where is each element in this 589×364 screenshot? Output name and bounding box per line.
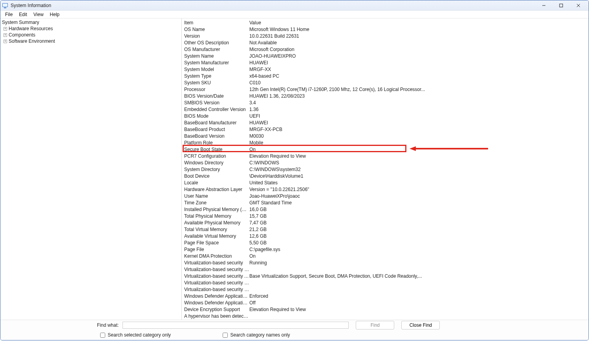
menu-edit[interactable]: Edit xyxy=(16,11,30,18)
detail-row[interactable]: Total Virtual Memory21,2 GB xyxy=(183,226,589,233)
detail-item: Time Zone xyxy=(183,200,249,206)
minimize-button[interactable] xyxy=(535,1,552,10)
detail-item: Total Virtual Memory xyxy=(183,227,249,232)
detail-row[interactable]: BaseBoard ProductMRGF-XX-PCB xyxy=(183,126,589,133)
menu-help[interactable]: Help xyxy=(47,11,63,18)
tree-item-software-environment[interactable]: + Software Environment xyxy=(0,38,181,44)
detail-row[interactable]: System DirectoryC:\WINDOWS\system32 xyxy=(183,166,589,173)
detail-row[interactable]: Platform RoleMobile xyxy=(183,139,589,146)
detail-row[interactable]: A hypervisor has been detected.... xyxy=(183,313,589,319)
close-find-button[interactable]: Close Find xyxy=(401,321,440,329)
svg-rect-3 xyxy=(560,4,563,7)
expand-icon[interactable]: + xyxy=(4,40,7,43)
tree-item-components[interactable]: + Components xyxy=(0,32,181,38)
detail-row[interactable]: Virtualization-based security Av...Base … xyxy=(183,273,589,279)
detail-row[interactable]: System NameJOAO-HUAWEIXPRO xyxy=(183,53,589,59)
detail-row[interactable]: Virtualization-based securityRunning xyxy=(183,259,589,266)
detail-item: A hypervisor has been detected.... xyxy=(183,313,249,319)
detail-item: Available Virtual Memory xyxy=(183,233,249,239)
maximize-button[interactable] xyxy=(552,1,570,10)
detail-row[interactable]: Page FileC:\pagefile.sys xyxy=(183,246,589,253)
find-input[interactable] xyxy=(123,322,349,329)
detail-value: HUAWEI 1.36, 22/08/2023 xyxy=(249,93,589,99)
detail-row[interactable]: Virtualization-based security Re... xyxy=(183,266,589,273)
detail-row[interactable]: Windows Defender Application ...Off xyxy=(183,299,589,306)
detail-value: 12,6 GB xyxy=(249,233,589,239)
detail-item: Available Physical Memory xyxy=(183,220,249,226)
system-information-window: System Information File Edit View Help S… xyxy=(0,0,589,340)
detail-row[interactable]: Time ZoneGMT Standard Time xyxy=(183,199,589,206)
detail-row[interactable]: BaseBoard ManufacturerHUAWEI xyxy=(183,119,589,126)
details-panel[interactable]: Item Value OS NameMicrosoft Windows 11 H… xyxy=(182,18,589,320)
detail-item: Page File Space xyxy=(183,240,249,246)
expand-icon[interactable]: + xyxy=(4,27,7,31)
column-headers[interactable]: Item Value xyxy=(183,19,589,26)
close-button[interactable] xyxy=(570,1,587,10)
detail-row[interactable]: Virtualization-based security Se... xyxy=(183,286,589,293)
detail-row[interactable]: OS ManufacturerMicrosoft Corporation xyxy=(183,46,589,53)
detail-value: C:\WINDOWS xyxy=(249,160,589,166)
detail-row[interactable]: Version10.0.22631 Build 22631 xyxy=(183,33,589,39)
detail-row[interactable]: BaseBoard VersionM0030 xyxy=(183,133,589,139)
expand-icon[interactable]: + xyxy=(4,33,7,37)
detail-row[interactable]: LocaleUnited States xyxy=(183,179,589,186)
detail-value: Off xyxy=(249,300,589,306)
detail-row[interactable]: System Typex64-based PC xyxy=(183,73,589,79)
menu-file[interactable]: File xyxy=(2,11,16,18)
detail-row[interactable]: System ModelMRGF-XX xyxy=(183,66,589,73)
find-button[interactable]: Find xyxy=(356,321,394,329)
detail-value: Mobile xyxy=(249,140,589,146)
detail-row[interactable]: OS NameMicrosoft Windows 11 Home xyxy=(183,26,589,33)
search-selected-category-checkbox[interactable] xyxy=(100,333,105,338)
detail-value: Running xyxy=(249,260,589,266)
detail-value: 15,7 GB xyxy=(249,213,589,219)
detail-row[interactable]: Kernel DMA ProtectionOn xyxy=(183,253,589,259)
column-header-value[interactable]: Value xyxy=(249,20,589,25)
detail-row[interactable]: Device Encryption SupportElevation Requi… xyxy=(183,306,589,313)
detail-row[interactable]: BIOS Version/DateHUAWEI 1.36, 22/08/2023 xyxy=(183,93,589,99)
detail-row[interactable]: Other OS DescriptionNot Available xyxy=(183,39,589,46)
detail-item: System Manufacturer xyxy=(183,60,249,66)
detail-value: Base Virtualization Support, Secure Boot… xyxy=(249,273,589,279)
detail-value: 12th Gen Intel(R) Core(TM) i7-1260P, 210… xyxy=(249,87,589,92)
detail-value: Enforced xyxy=(249,293,589,299)
detail-row[interactable]: System SKUC010 xyxy=(183,79,589,86)
detail-row[interactable]: Windows Defender Application ...Enforced xyxy=(183,293,589,299)
detail-row[interactable]: Available Virtual Memory12,6 GB xyxy=(183,233,589,239)
detail-value: GMT Standard Time xyxy=(249,200,589,206)
detail-row[interactable]: BIOS ModeUEFI xyxy=(183,113,589,119)
titlebar[interactable]: System Information xyxy=(0,0,589,11)
detail-row[interactable]: SMBIOS Version3.4 xyxy=(183,99,589,106)
detail-row[interactable]: Available Physical Memory7,47 GB xyxy=(183,219,589,226)
detail-item: Virtualization-based security Se... xyxy=(183,287,249,292)
detail-row[interactable]: Boot Device\Device\HarddiskVolume1 xyxy=(183,173,589,179)
detail-item: System SKU xyxy=(183,80,249,86)
detail-item: Virtualization-based security Re... xyxy=(183,267,249,272)
detail-value: C:\WINDOWS\system32 xyxy=(249,167,589,172)
detail-row[interactable]: Embedded Controller Version1.36 xyxy=(183,106,589,113)
detail-item: BaseBoard Product xyxy=(183,127,249,132)
detail-item: Kernel DMA Protection xyxy=(183,253,249,259)
tree-item-hardware-resources[interactable]: + Hardware Resources xyxy=(0,25,181,32)
search-category-names-checkbox[interactable] xyxy=(223,333,228,338)
detail-item: Virtualization-based security xyxy=(183,260,249,266)
detail-row[interactable]: Processor12th Gen Intel(R) Core(TM) i7-1… xyxy=(183,86,589,93)
detail-row[interactable]: PCR7 ConfigurationElevation Required to … xyxy=(183,153,589,159)
category-tree[interactable]: System Summary + Hardware Resources + Co… xyxy=(0,18,182,320)
detail-row[interactable]: Hardware Abstraction LayerVersion = "10.… xyxy=(183,186,589,193)
detail-row[interactable]: Secure Boot StateOn xyxy=(183,146,589,153)
detail-value: JOAO-HUAWEIXPRO xyxy=(249,53,589,59)
detail-value: HUAWEI xyxy=(249,60,589,66)
detail-row[interactable]: Installed Physical Memory (RAM)16,0 GB xyxy=(183,206,589,213)
tree-item-system-summary[interactable]: System Summary xyxy=(0,19,181,25)
column-header-item[interactable]: Item xyxy=(183,20,249,25)
detail-row[interactable]: Page File Space5,50 GB xyxy=(183,239,589,246)
detail-row[interactable]: System ManufacturerHUAWEI xyxy=(183,59,589,66)
detail-value: Not Available xyxy=(249,40,589,46)
detail-row[interactable]: Virtualization-based security Se... xyxy=(183,279,589,286)
detail-row[interactable]: Total Physical Memory15,7 GB xyxy=(183,213,589,219)
detail-row[interactable]: User NameJoao-HuaweiXPro\joaoc xyxy=(183,193,589,199)
menu-view[interactable]: View xyxy=(30,11,47,18)
detail-item: BIOS Version/Date xyxy=(183,93,249,99)
detail-row[interactable]: Windows DirectoryC:\WINDOWS xyxy=(183,159,589,166)
